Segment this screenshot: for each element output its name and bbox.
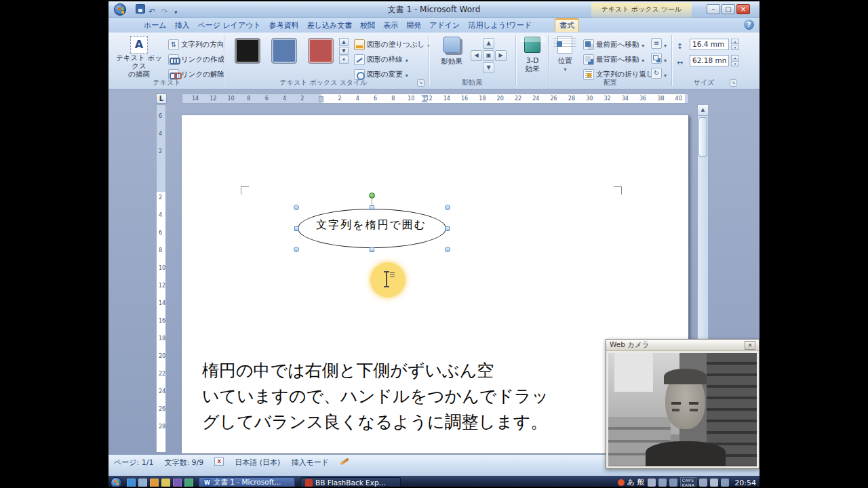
clock[interactable]: 20:54 (734, 479, 756, 487)
close-button[interactable] (736, 4, 750, 14)
shape-height-input[interactable] (690, 39, 729, 50)
redo-icon[interactable] (161, 4, 171, 14)
height-spin-up-icon[interactable] (731, 39, 739, 44)
resize-handle-bottom-right[interactable] (445, 247, 450, 252)
tab-ページ レイアウト[interactable]: ページ レイアウト (194, 18, 265, 33)
start-button[interactable] (111, 477, 122, 487)
tab-開発[interactable]: 開発 (402, 18, 425, 33)
v-ruler[interactable]: 642246810121416182022242628 (156, 104, 166, 451)
ime-dictionary-icon[interactable] (658, 479, 667, 487)
height-spin-down-icon[interactable] (731, 45, 739, 50)
resize-handle-top-right[interactable] (445, 205, 450, 210)
align-button[interactable] (650, 38, 668, 49)
webcam-title-bar[interactable]: Web カメラ (606, 340, 759, 351)
browser-icon[interactable] (127, 479, 136, 487)
ruler-number: 14 (443, 96, 450, 102)
bring-to-front-button[interactable]: 最前面へ移動 (582, 38, 646, 51)
undo-icon[interactable] (149, 4, 158, 14)
proofing-icon[interactable] (214, 458, 224, 466)
tab-参考資料[interactable]: 参考資料 (265, 18, 303, 33)
minimize-button[interactable] (707, 4, 720, 14)
ruler-number: 22 (159, 371, 165, 377)
app-icon-1[interactable] (173, 479, 182, 487)
resize-handle-bottom[interactable] (370, 247, 374, 252)
ime-toolbar-icon[interactable] (669, 479, 677, 487)
volume-icon[interactable] (710, 479, 718, 487)
tab-挿入[interactable]: 挿入 (171, 18, 194, 33)
width-spin-down-icon[interactable] (731, 61, 739, 66)
gallery-up-icon[interactable]: ▲ (339, 38, 349, 46)
ime-pen-icon[interactable] (648, 479, 656, 487)
ime-conversion-mode[interactable]: 般 (637, 476, 645, 487)
nudge-shadow-right-icon[interactable]: ▶ (495, 50, 507, 61)
network-icon[interactable] (721, 479, 729, 487)
nudge-shadow-up-icon[interactable]: ▲ (483, 38, 494, 49)
resize-handle-top-left[interactable] (294, 205, 299, 210)
explorer-icon[interactable] (161, 479, 170, 487)
qat-customize-icon[interactable] (174, 4, 184, 14)
tab-書式[interactable]: 書式 (555, 18, 579, 32)
media-player-icon[interactable] (150, 479, 159, 487)
resize-handle-bottom-left[interactable] (294, 247, 299, 252)
macro-record-icon[interactable] (340, 458, 349, 465)
keyboard-icon[interactable] (699, 479, 707, 487)
size-dialog-launcher-icon[interactable] (730, 79, 737, 87)
ruler-number: 8 (159, 247, 162, 253)
taskbar-button-flashback[interactable]: BB FlashBack Exp... (300, 477, 401, 487)
show-desktop-icon[interactable] (138, 479, 147, 487)
shadow-toggle-icon[interactable]: ▣ (483, 50, 494, 61)
tab-stop-selector[interactable] (156, 94, 167, 104)
scrollbar-thumb[interactable] (698, 117, 707, 157)
save-icon[interactable] (136, 4, 145, 14)
shape-fill-button[interactable]: 図形の塗りつぶし (353, 38, 431, 51)
send-to-back-button[interactable]: 最背面へ移動 (582, 53, 646, 66)
resize-handle-right[interactable] (445, 226, 450, 231)
ime-input-mode[interactable]: あ (627, 476, 635, 487)
create-link-button[interactable]: リンクの作成 (167, 53, 226, 66)
gallery-more-icon[interactable]: ▾ (339, 56, 349, 64)
recording-indicator[interactable] (618, 479, 625, 486)
tab-表示[interactable]: 表示 (379, 18, 402, 33)
shadow-effects-button[interactable]: 影効果 (435, 37, 468, 65)
shape-width-input[interactable] (690, 55, 729, 66)
rotation-handle[interactable] (369, 192, 375, 199)
group-button[interactable] (650, 53, 668, 64)
shape-outline-button[interactable]: 図形の枠線 (353, 53, 410, 66)
text-direction-button[interactable]: 文字列の方向 (167, 38, 225, 51)
ellipse-text[interactable]: 文字列を楕円で囲む (316, 218, 427, 232)
threed-effects-button[interactable]: 3-D 効果 (519, 37, 545, 73)
scroll-up-icon[interactable] (698, 105, 708, 116)
textbox-style-swatch-1[interactable] (235, 38, 260, 64)
tab-活用しよう!ワード[interactable]: 活用しよう!ワード (464, 18, 536, 33)
width-spin-up-icon[interactable] (731, 55, 739, 60)
restore-button[interactable] (722, 4, 735, 14)
nudge-shadow-left-icon[interactable]: ◀ (471, 50, 482, 61)
app-icon-2[interactable] (184, 479, 193, 487)
resize-handle-top[interactable] (370, 205, 374, 210)
tab-差し込み文書[interactable]: 差し込み文書 (303, 18, 357, 33)
nudge-shadow-down-icon[interactable]: ▼ (483, 62, 494, 73)
ellipse-shape[interactable]: 文字列を楕円で囲む (298, 209, 446, 248)
insert-mode[interactable]: 挿入モード (291, 458, 329, 468)
webcam-close-icon[interactable] (745, 341, 755, 350)
rotate-button[interactable] (650, 68, 668, 79)
resize-handle-left[interactable] (294, 226, 299, 231)
help-icon[interactable] (744, 20, 754, 30)
caps-kana-indicator[interactable]: CAPSKANA (680, 477, 697, 487)
char-count[interactable]: 文字数: 9/9 (164, 458, 203, 468)
language-indicator[interactable]: 日本語 (日本) (235, 458, 280, 468)
left-margin-marker[interactable] (319, 96, 323, 102)
gallery-down-icon[interactable]: ▼ (339, 47, 349, 55)
office-button[interactable] (114, 3, 126, 16)
tab-アドイン[interactable]: アドイン (425, 18, 464, 33)
draw-textbox-button[interactable]: テキスト ボックス の描画 (113, 36, 165, 78)
textbox-style-swatch-3[interactable] (308, 38, 334, 64)
h-ruler[interactable]: 1412108642246810121416182022242628303234… (182, 94, 689, 104)
tab-ホーム[interactable]: ホーム (140, 18, 171, 33)
page-indicator[interactable]: ページ: 1/1 (114, 458, 153, 468)
taskbar-button-word[interactable]: 文書 1 - Microsoft... (199, 477, 295, 487)
textbox-style-swatch-2[interactable] (271, 38, 297, 64)
tab-校閲[interactable]: 校閲 (356, 18, 379, 33)
position-button[interactable]: 位置 (552, 36, 578, 74)
styles-dialog-launcher-icon[interactable] (417, 79, 425, 87)
